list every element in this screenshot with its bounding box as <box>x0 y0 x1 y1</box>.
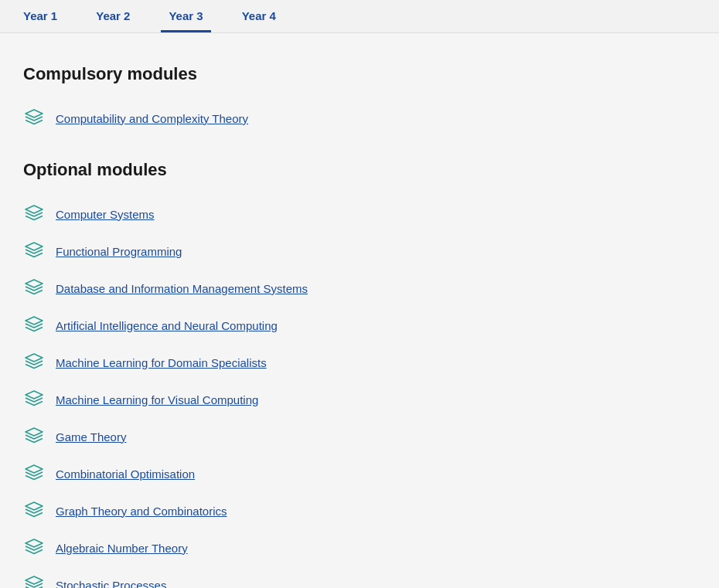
list-item: Database and Information Management Syst… <box>23 270 696 307</box>
tabs-bar: Year 1 Year 2 Year 3 Year 4 <box>0 0 719 33</box>
main-content: Compulsory modules Computability and Com… <box>0 33 719 588</box>
optional-list: Computer SystemsFunctional ProgrammingDa… <box>23 195 696 588</box>
list-item: Algebraic Number Theory <box>23 529 696 566</box>
module-link-4[interactable]: Machine Learning for Domain Specialists <box>56 356 267 369</box>
list-item: Machine Learning for Visual Computing <box>23 381 696 418</box>
list-item: Graph Theory and Combinatorics <box>23 492 696 529</box>
stack-icon <box>23 277 45 299</box>
list-item: Computability and Complexity Theory <box>23 100 696 137</box>
tab-year1[interactable]: Year 1 <box>15 0 65 32</box>
stack-icon <box>23 389 45 410</box>
stack-icon <box>23 352 45 373</box>
tab-year4[interactable]: Year 4 <box>234 0 284 32</box>
stack-icon <box>23 240 45 262</box>
stack-icon <box>23 314 45 336</box>
module-link-5[interactable]: Machine Learning for Visual Computing <box>56 393 258 406</box>
compulsory-section: Compulsory modules Computability and Com… <box>23 64 696 137</box>
module-link-1[interactable]: Functional Programming <box>56 245 182 258</box>
module-link-3[interactable]: Artificial Intelligence and Neural Compu… <box>56 319 278 332</box>
stack-icon <box>23 574 45 588</box>
module-link-2[interactable]: Database and Information Management Syst… <box>56 282 308 295</box>
list-item: Computer Systems <box>23 195 696 233</box>
compulsory-list: Computability and Complexity Theory <box>23 100 696 137</box>
tab-year3[interactable]: Year 3 <box>161 0 210 32</box>
list-item: Artificial Intelligence and Neural Compu… <box>23 307 696 344</box>
optional-title: Optional modules <box>23 160 696 180</box>
list-item: Stochastic Processes <box>23 566 696 588</box>
stack-icon <box>23 463 45 484</box>
module-link-6[interactable]: Game Theory <box>56 430 126 444</box>
list-item: Functional Programming <box>23 233 696 270</box>
stack-icon <box>23 537 45 559</box>
tab-year2[interactable]: Year 2 <box>88 0 138 32</box>
stack-icon <box>23 203 45 225</box>
module-link-7[interactable]: Combinatorial Optimisation <box>56 467 195 481</box>
optional-section: Optional modules Computer SystemsFunctio… <box>23 160 696 588</box>
module-link-9[interactable]: Algebraic Number Theory <box>56 542 188 555</box>
list-item: Game Theory <box>23 418 696 455</box>
list-item: Machine Learning for Domain Specialists <box>23 344 696 381</box>
stack-icon <box>23 500 45 522</box>
module-link-0[interactable]: Computer Systems <box>56 208 155 221</box>
module-link-computability[interactable]: Computability and Complexity Theory <box>56 112 248 125</box>
compulsory-title: Compulsory modules <box>23 64 696 84</box>
module-link-8[interactable]: Graph Theory and Combinatorics <box>56 505 227 518</box>
module-link-10[interactable]: Stochastic Processes <box>56 579 166 589</box>
stack-icon <box>23 426 45 447</box>
stack-icon <box>23 107 45 129</box>
list-item: Combinatorial Optimisation <box>23 455 696 492</box>
